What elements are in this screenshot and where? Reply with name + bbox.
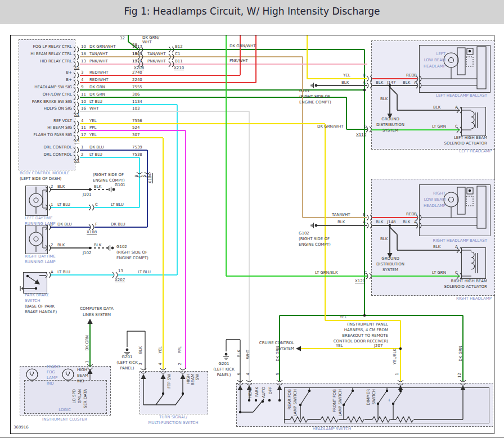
label-engine-compt: ENGINE COMPT) <box>93 178 125 183</box>
label-4: 4 <box>246 373 250 375</box>
label-blk: BLK <box>338 220 345 224</box>
label-1: 1 <box>81 145 83 150</box>
label-ground: GROUND <box>381 256 399 261</box>
label-pnk-wht: PNK/WHT <box>230 58 248 63</box>
label-dk-grn: DK GRN <box>89 85 105 89</box>
label-blk: BLK <box>380 97 388 101</box>
label-yel: YEL <box>89 133 97 137</box>
label-blk: BLK <box>57 243 65 247</box>
label-system: SYSTEM <box>278 346 294 351</box>
label-lt-blu: LT BLU <box>89 152 102 157</box>
label-32: 32 <box>120 36 125 40</box>
label-1: 1 <box>395 373 399 375</box>
label-left-high-beam: LEFT HIGH BEAM <box>454 136 487 140</box>
label-instrument-cluster: INSTRUMENT CLUSTER <box>42 417 87 422</box>
label-1: 1 <box>51 222 53 227</box>
label-dk-grn-wht: DK GRN/WHT <box>89 44 116 49</box>
label-off-low-ctrl: OFF/LOW CTRL <box>43 92 72 97</box>
label-right-side-of: (RIGHT SIDE OF <box>299 94 330 99</box>
label-f: F <box>95 222 97 227</box>
label-g201: G201 <box>122 355 133 359</box>
label-j148: J148 <box>387 220 395 224</box>
label-engine-compt: ENGINE COMPT) <box>299 100 331 105</box>
label-yel: YEL <box>336 344 343 348</box>
label-dk-grn: DK GRN <box>458 346 463 362</box>
label-lt-blu: LT BLU <box>89 100 102 104</box>
label-red: RED <box>406 73 415 78</box>
label-dk-blu: DK BLU <box>111 222 125 227</box>
label-x3: X3 <box>74 139 79 143</box>
label-lt-blu: LT BLU <box>111 202 124 207</box>
label-tan-wht: TAN/WHT <box>89 52 108 56</box>
label-blk: BLK <box>433 105 440 110</box>
label-right: RIGHT <box>433 191 446 196</box>
label-instrument-panel: (INSTRUMENT PANEL <box>347 322 388 327</box>
label-yel: YEL <box>343 73 350 78</box>
label-front: FRONT <box>47 364 60 369</box>
label-103: 103 <box>132 106 140 111</box>
label-g102: G102 <box>299 231 309 236</box>
label-engine-compt: ENGINE COMPT) <box>299 242 331 247</box>
label-solenoid-actuator: SOLENOID ACTUATOR <box>444 141 487 146</box>
label-524: 524 <box>132 125 140 130</box>
label-7539: 7539 <box>132 145 142 150</box>
label-control-door-receiver: CONTROL DOOR RECEIVER) <box>334 339 388 344</box>
label-left: LEFT <box>436 52 446 56</box>
label-dk-grn: DK GRN <box>85 335 89 351</box>
label-ind: IND <box>77 379 84 383</box>
label-low-beam: LOW BEAM <box>424 197 446 202</box>
label-blk: BLK <box>403 80 410 85</box>
label-j207: J207 <box>374 344 382 348</box>
label-b: B <box>414 212 417 216</box>
label-2240: 2240 <box>132 78 142 82</box>
label-ind: IND <box>47 381 54 386</box>
label-head: HEAD <box>248 387 253 398</box>
label-right-side-of: (RIGHT SIDE OF <box>93 173 124 177</box>
label-blk: BLK <box>138 346 143 354</box>
wiring-diagram-page: Fig 1: Headlamps Circuit, W/ High Intens… <box>0 0 504 447</box>
label-4: 4 <box>81 119 83 123</box>
label-x1: X1 <box>74 112 79 117</box>
label-blk: BLK <box>376 220 383 224</box>
label-wht: WHT <box>246 350 250 359</box>
label-harness-4-cm-from: HARNESS, 4 CM FROM <box>344 328 388 332</box>
label-1: 1 <box>51 202 53 207</box>
label-drl-control: DRL CONTROL <box>43 145 72 150</box>
label-yel-blk: YEL/BLK <box>393 349 397 364</box>
label-dk-blu: DK BLU <box>89 145 104 150</box>
g201-ground-icon <box>124 349 130 355</box>
label-lamp-switch: LAMP SWITCH <box>293 389 298 417</box>
label-hid-relay-ctrl: HID RELAY CTRL <box>40 59 72 64</box>
label-yel: YEL <box>158 346 163 354</box>
label-x108: X108 <box>87 230 97 234</box>
label-tan-wht: TAN/WHT <box>332 213 350 217</box>
label-dimmer: DIMMER <box>366 389 371 405</box>
label-beam: BEAM <box>191 374 195 385</box>
label-park: PARK <box>255 387 259 397</box>
g101-ground-icon <box>311 83 317 88</box>
label-engine-compt: ENGINE COMPT) <box>116 256 148 260</box>
label-rear-fog: REAR FOG <box>287 389 292 409</box>
label-ref-volt: REF VOLT <box>53 119 72 123</box>
label-blk: BLK <box>94 243 101 247</box>
label-dk-grn-wht: DK GRN/WHT <box>317 124 344 129</box>
label-system: SYSTEM <box>382 268 398 272</box>
label-x120: X120 <box>355 279 365 283</box>
label-blk: BLK <box>376 80 383 85</box>
label-right-side-of: (RIGHT SIDE OF <box>299 237 330 241</box>
label-a: A <box>363 80 366 85</box>
label-x207: X207 <box>115 278 125 282</box>
label-j102: J102 <box>83 251 91 255</box>
label-b: B+ <box>66 70 72 75</box>
label-2: 2 <box>51 243 53 247</box>
label-flash-to-pass-sig: FLASH TO PASS SIG <box>34 133 72 137</box>
label-lt-blu: LT BLU <box>57 270 70 274</box>
label-right-high-beam: RIGHT HIGH BEAM <box>451 279 487 283</box>
label-left-daytime: LEFT DAYTIME <box>25 216 52 220</box>
label-dk-blu: DK BLU <box>57 222 72 227</box>
label-red-wht: RED/WHT <box>89 78 109 82</box>
label-2: 2 <box>51 184 53 189</box>
label-307: 307 <box>132 133 140 137</box>
label-turn-signal: TURN SIGNAL/ <box>159 415 187 419</box>
label-16: 16 <box>81 106 86 111</box>
